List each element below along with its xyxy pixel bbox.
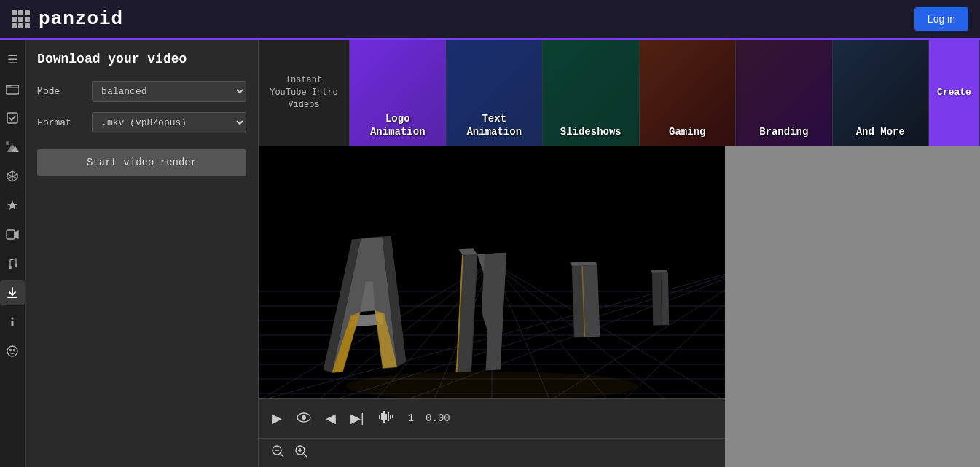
sidebar-icon-check[interactable]	[0, 106, 25, 130]
svg-rect-1	[6, 85, 19, 94]
format-select[interactable]: .mkv (vp8/opus) .mp4 (h264/aac) .webm	[92, 112, 246, 133]
video-preview	[259, 146, 725, 398]
svg-rect-70	[381, 413, 383, 420]
sidebar-icon-video[interactable]	[0, 222, 25, 247]
step-forward-button[interactable]: ▶|	[349, 409, 366, 428]
svg-rect-71	[383, 411, 385, 423]
tab-text-animation[interactable]: TextAnimation	[447, 40, 544, 146]
login-button[interactable]: Log in	[914, 7, 968, 31]
tab-create-label: Create	[937, 87, 971, 99]
sidebar-icon-music[interactable]	[0, 251, 25, 276]
tab-slideshows-label: Slideshows	[556, 119, 626, 146]
mode-row: Mode balanced quality speed	[37, 81, 246, 102]
tab-text-animation-label: TextAnimation	[462, 106, 526, 146]
svg-rect-64	[661, 273, 669, 326]
eye-button[interactable]	[295, 409, 313, 428]
svg-point-16	[12, 318, 14, 320]
svg-marker-60	[582, 265, 600, 337]
right-area: InstantYouTube IntroVideos LogoAnimation…	[259, 40, 980, 467]
sidebar-icon-emoji[interactable]	[0, 339, 25, 364]
svg-rect-17	[12, 321, 14, 326]
zoom-out-button[interactable]	[270, 444, 285, 462]
mode-label: Mode	[37, 86, 85, 97]
logo-text: panzoid	[39, 8, 123, 30]
nav-intro: InstantYouTube IntroVideos	[259, 40, 350, 146]
svg-point-13	[9, 266, 12, 269]
zoom-area	[259, 438, 725, 467]
svg-marker-65	[651, 270, 668, 273]
svg-rect-69	[379, 415, 380, 419]
main-layout: ☰ Download your	[0, 40, 980, 467]
svg-rect-73	[388, 412, 389, 421]
left-panel: Download your video Mode balanced qualit…	[26, 40, 259, 467]
right-gray-panel	[725, 146, 980, 467]
format-row: Format .mkv (vp8/opus) .mp4 (h264/aac) .…	[37, 112, 246, 133]
tab-logo-label: LogoAnimation	[366, 106, 430, 146]
svg-rect-72	[385, 414, 387, 420]
svg-line-78	[281, 454, 283, 457]
canvas-grid	[259, 146, 477, 255]
controls-bar: ▶ ◀ ▶| 1 0.00	[259, 398, 725, 438]
svg-rect-11	[7, 230, 15, 239]
step-back-button[interactable]: ◀	[324, 409, 337, 428]
svg-rect-15	[7, 297, 17, 298]
tab-gaming[interactable]: Gaming	[640, 40, 737, 146]
svg-point-68	[302, 415, 306, 420]
svg-point-14	[15, 264, 17, 267]
grid-icon	[12, 10, 30, 28]
frame-counter: 1	[408, 412, 414, 424]
tab-and-more-label: And More	[852, 119, 909, 146]
tab-branding-label: Branding	[755, 119, 812, 146]
sidebar-icon-cube[interactable]	[0, 164, 25, 189]
sidebar-icon-download[interactable]	[0, 280, 25, 305]
svg-rect-2	[7, 113, 17, 123]
sidebar: ☰	[0, 40, 26, 467]
svg-rect-63	[652, 273, 662, 326]
tab-create[interactable]: Create	[929, 40, 980, 146]
sidebar-icon-menu[interactable]: ☰	[0, 47, 25, 72]
format-label: Format	[37, 117, 85, 128]
logo-area: panzoid	[12, 8, 123, 30]
play-button[interactable]: ▶	[270, 409, 283, 428]
waveform-button[interactable]	[377, 409, 396, 428]
topbar: panzoid Log in	[0, 0, 980, 40]
start-render-button[interactable]: Start video render	[37, 149, 246, 176]
svg-rect-5	[6, 141, 9, 145]
svg-rect-75	[392, 415, 393, 418]
sidebar-icon-landscape[interactable]	[0, 135, 25, 160]
tab-branding[interactable]: Branding	[736, 40, 833, 146]
svg-point-20	[14, 350, 15, 351]
svg-marker-10	[7, 200, 17, 210]
tab-gaming-label: Gaming	[665, 119, 710, 146]
zoom-in-button[interactable]	[294, 444, 308, 462]
tab-and-more[interactable]: And More	[833, 40, 930, 146]
svg-marker-12	[15, 231, 18, 238]
tab-slideshows[interactable]: Slideshows	[543, 40, 640, 146]
panel-title: Download your video	[37, 52, 246, 66]
svg-point-18	[7, 346, 17, 356]
tab-logo[interactable]: LogoAnimation	[350, 40, 447, 146]
svg-point-19	[10, 350, 12, 351]
sidebar-icon-star[interactable]	[0, 193, 25, 218]
nav-intro-text: InstantYouTube IntroVideos	[270, 74, 338, 111]
svg-line-82	[304, 454, 307, 457]
mode-select[interactable]: balanced quality speed	[92, 81, 246, 102]
sidebar-icon-info[interactable]	[0, 310, 25, 334]
svg-rect-74	[390, 415, 391, 419]
time-counter: 0.00	[426, 412, 450, 424]
nav-tabs: InstantYouTube IntroVideos LogoAnimation…	[259, 40, 980, 146]
sidebar-icon-folder[interactable]	[0, 76, 25, 101]
